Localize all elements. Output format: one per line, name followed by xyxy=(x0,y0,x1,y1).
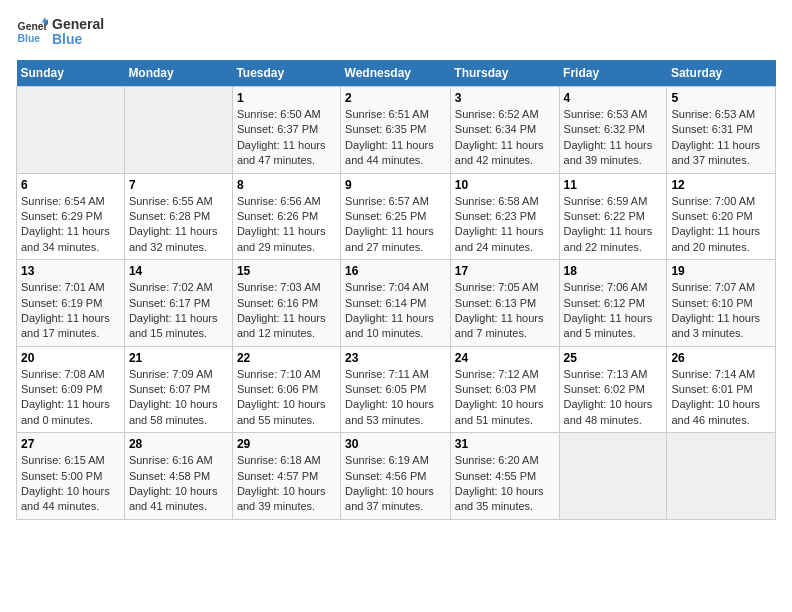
day-number: 2 xyxy=(345,91,446,105)
calendar-cell: 21Sunrise: 7:09 AM Sunset: 6:07 PM Dayli… xyxy=(124,346,232,433)
day-info: Sunrise: 7:05 AM Sunset: 6:13 PM Dayligh… xyxy=(455,280,555,342)
calendar-cell: 8Sunrise: 6:56 AM Sunset: 6:26 PM Daylig… xyxy=(232,173,340,260)
day-info: Sunrise: 7:12 AM Sunset: 6:03 PM Dayligh… xyxy=(455,367,555,429)
day-number: 16 xyxy=(345,264,446,278)
day-info: Sunrise: 6:19 AM Sunset: 4:56 PM Dayligh… xyxy=(345,453,446,515)
calendar-cell: 9Sunrise: 6:57 AM Sunset: 6:25 PM Daylig… xyxy=(341,173,451,260)
calendar-cell: 28Sunrise: 6:16 AM Sunset: 4:58 PM Dayli… xyxy=(124,433,232,520)
day-number: 11 xyxy=(564,178,663,192)
day-number: 6 xyxy=(21,178,120,192)
calendar-cell: 19Sunrise: 7:07 AM Sunset: 6:10 PM Dayli… xyxy=(667,260,776,347)
day-number: 18 xyxy=(564,264,663,278)
svg-text:Blue: Blue xyxy=(18,33,41,44)
calendar-cell xyxy=(17,87,125,174)
calendar-header-row: SundayMondayTuesdayWednesdayThursdayFrid… xyxy=(17,60,776,87)
day-info: Sunrise: 7:04 AM Sunset: 6:14 PM Dayligh… xyxy=(345,280,446,342)
day-number: 3 xyxy=(455,91,555,105)
calendar-cell: 2Sunrise: 6:51 AM Sunset: 6:35 PM Daylig… xyxy=(341,87,451,174)
day-number: 10 xyxy=(455,178,555,192)
day-number: 21 xyxy=(129,351,228,365)
day-info: Sunrise: 7:09 AM Sunset: 6:07 PM Dayligh… xyxy=(129,367,228,429)
calendar-cell: 11Sunrise: 6:59 AM Sunset: 6:22 PM Dayli… xyxy=(559,173,667,260)
day-number: 29 xyxy=(237,437,336,451)
day-info: Sunrise: 6:58 AM Sunset: 6:23 PM Dayligh… xyxy=(455,194,555,256)
calendar-cell: 26Sunrise: 7:14 AM Sunset: 6:01 PM Dayli… xyxy=(667,346,776,433)
calendar-week-row: 27Sunrise: 6:15 AM Sunset: 5:00 PM Dayli… xyxy=(17,433,776,520)
day-number: 7 xyxy=(129,178,228,192)
day-number: 31 xyxy=(455,437,555,451)
calendar-cell: 14Sunrise: 7:02 AM Sunset: 6:17 PM Dayli… xyxy=(124,260,232,347)
day-info: Sunrise: 6:15 AM Sunset: 5:00 PM Dayligh… xyxy=(21,453,120,515)
calendar-cell: 5Sunrise: 6:53 AM Sunset: 6:31 PM Daylig… xyxy=(667,87,776,174)
day-info: Sunrise: 6:51 AM Sunset: 6:35 PM Dayligh… xyxy=(345,107,446,169)
day-info: Sunrise: 7:08 AM Sunset: 6:09 PM Dayligh… xyxy=(21,367,120,429)
day-info: Sunrise: 6:16 AM Sunset: 4:58 PM Dayligh… xyxy=(129,453,228,515)
calendar-week-row: 1Sunrise: 6:50 AM Sunset: 6:37 PM Daylig… xyxy=(17,87,776,174)
day-info: Sunrise: 6:54 AM Sunset: 6:29 PM Dayligh… xyxy=(21,194,120,256)
calendar-cell: 27Sunrise: 6:15 AM Sunset: 5:00 PM Dayli… xyxy=(17,433,125,520)
calendar-cell: 12Sunrise: 7:00 AM Sunset: 6:20 PM Dayli… xyxy=(667,173,776,260)
day-number: 9 xyxy=(345,178,446,192)
calendar-week-row: 13Sunrise: 7:01 AM Sunset: 6:19 PM Dayli… xyxy=(17,260,776,347)
calendar-cell: 6Sunrise: 6:54 AM Sunset: 6:29 PM Daylig… xyxy=(17,173,125,260)
svg-text:General: General xyxy=(18,21,48,32)
calendar-cell: 15Sunrise: 7:03 AM Sunset: 6:16 PM Dayli… xyxy=(232,260,340,347)
day-info: Sunrise: 6:52 AM Sunset: 6:34 PM Dayligh… xyxy=(455,107,555,169)
day-number: 14 xyxy=(129,264,228,278)
calendar-cell: 23Sunrise: 7:11 AM Sunset: 6:05 PM Dayli… xyxy=(341,346,451,433)
day-number: 17 xyxy=(455,264,555,278)
header-day-tuesday: Tuesday xyxy=(232,60,340,87)
calendar-week-row: 20Sunrise: 7:08 AM Sunset: 6:09 PM Dayli… xyxy=(17,346,776,433)
day-number: 26 xyxy=(671,351,771,365)
calendar-cell xyxy=(667,433,776,520)
calendar-cell: 25Sunrise: 7:13 AM Sunset: 6:02 PM Dayli… xyxy=(559,346,667,433)
day-number: 1 xyxy=(237,91,336,105)
header-day-wednesday: Wednesday xyxy=(341,60,451,87)
day-number: 13 xyxy=(21,264,120,278)
header-day-saturday: Saturday xyxy=(667,60,776,87)
day-info: Sunrise: 6:20 AM Sunset: 4:55 PM Dayligh… xyxy=(455,453,555,515)
calendar-cell: 29Sunrise: 6:18 AM Sunset: 4:57 PM Dayli… xyxy=(232,433,340,520)
logo-icon: General Blue xyxy=(16,16,48,48)
calendar-cell: 17Sunrise: 7:05 AM Sunset: 6:13 PM Dayli… xyxy=(450,260,559,347)
day-info: Sunrise: 7:10 AM Sunset: 6:06 PM Dayligh… xyxy=(237,367,336,429)
day-info: Sunrise: 7:07 AM Sunset: 6:10 PM Dayligh… xyxy=(671,280,771,342)
calendar-cell: 30Sunrise: 6:19 AM Sunset: 4:56 PM Dayli… xyxy=(341,433,451,520)
calendar-cell: 22Sunrise: 7:10 AM Sunset: 6:06 PM Dayli… xyxy=(232,346,340,433)
header-day-thursday: Thursday xyxy=(450,60,559,87)
day-info: Sunrise: 6:50 AM Sunset: 6:37 PM Dayligh… xyxy=(237,107,336,169)
day-info: Sunrise: 7:13 AM Sunset: 6:02 PM Dayligh… xyxy=(564,367,663,429)
day-number: 8 xyxy=(237,178,336,192)
header-day-monday: Monday xyxy=(124,60,232,87)
page-header: General Blue General Blue xyxy=(16,16,776,48)
calendar-cell xyxy=(124,87,232,174)
day-info: Sunrise: 7:11 AM Sunset: 6:05 PM Dayligh… xyxy=(345,367,446,429)
calendar-cell: 18Sunrise: 7:06 AM Sunset: 6:12 PM Dayli… xyxy=(559,260,667,347)
day-info: Sunrise: 7:02 AM Sunset: 6:17 PM Dayligh… xyxy=(129,280,228,342)
day-info: Sunrise: 6:18 AM Sunset: 4:57 PM Dayligh… xyxy=(237,453,336,515)
calendar-table: SundayMondayTuesdayWednesdayThursdayFrid… xyxy=(16,60,776,520)
day-number: 25 xyxy=(564,351,663,365)
header-day-sunday: Sunday xyxy=(17,60,125,87)
header-day-friday: Friday xyxy=(559,60,667,87)
logo: General Blue General Blue xyxy=(16,16,104,48)
day-info: Sunrise: 6:55 AM Sunset: 6:28 PM Dayligh… xyxy=(129,194,228,256)
calendar-cell: 24Sunrise: 7:12 AM Sunset: 6:03 PM Dayli… xyxy=(450,346,559,433)
calendar-cell: 31Sunrise: 6:20 AM Sunset: 4:55 PM Dayli… xyxy=(450,433,559,520)
day-info: Sunrise: 7:06 AM Sunset: 6:12 PM Dayligh… xyxy=(564,280,663,342)
day-info: Sunrise: 7:03 AM Sunset: 6:16 PM Dayligh… xyxy=(237,280,336,342)
day-info: Sunrise: 6:56 AM Sunset: 6:26 PM Dayligh… xyxy=(237,194,336,256)
day-number: 4 xyxy=(564,91,663,105)
day-number: 28 xyxy=(129,437,228,451)
day-info: Sunrise: 6:59 AM Sunset: 6:22 PM Dayligh… xyxy=(564,194,663,256)
day-number: 24 xyxy=(455,351,555,365)
calendar-cell: 16Sunrise: 7:04 AM Sunset: 6:14 PM Dayli… xyxy=(341,260,451,347)
calendar-cell: 3Sunrise: 6:52 AM Sunset: 6:34 PM Daylig… xyxy=(450,87,559,174)
day-info: Sunrise: 6:53 AM Sunset: 6:31 PM Dayligh… xyxy=(671,107,771,169)
day-number: 22 xyxy=(237,351,336,365)
day-info: Sunrise: 6:57 AM Sunset: 6:25 PM Dayligh… xyxy=(345,194,446,256)
calendar-cell: 20Sunrise: 7:08 AM Sunset: 6:09 PM Dayli… xyxy=(17,346,125,433)
day-number: 30 xyxy=(345,437,446,451)
calendar-cell: 1Sunrise: 6:50 AM Sunset: 6:37 PM Daylig… xyxy=(232,87,340,174)
day-number: 27 xyxy=(21,437,120,451)
